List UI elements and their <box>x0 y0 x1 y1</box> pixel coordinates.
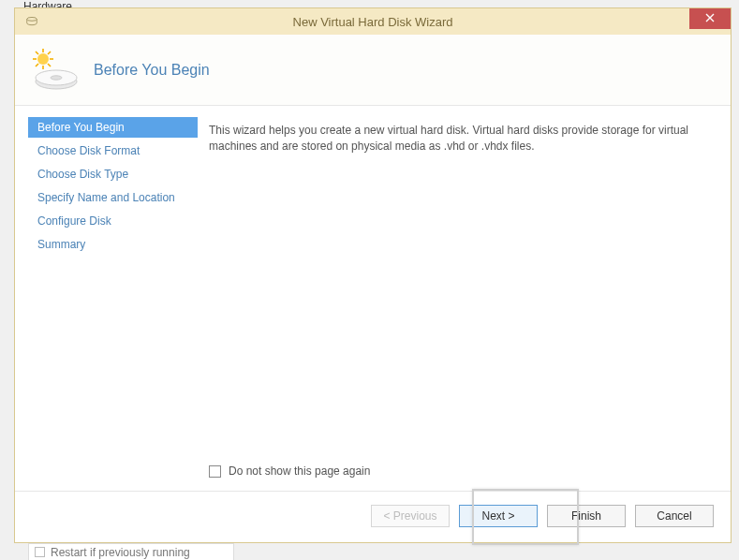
background-restart-row: Restart if previously running <box>28 543 234 560</box>
new-disk-icon <box>32 48 79 93</box>
sidebar-item-choose-disk-format[interactable]: Choose Disk Format <box>28 140 198 161</box>
next-button[interactable]: Next > <box>459 505 538 527</box>
background-restart-label: Restart if previously running <box>51 546 190 559</box>
titlebar: New Virtual Hard Disk Wizard <box>15 8 731 35</box>
disk-icon <box>24 14 39 29</box>
close-button[interactable] <box>689 8 731 29</box>
window-title: New Virtual Hard Disk Wizard <box>15 15 731 29</box>
sidebar-item-before-you-begin[interactable]: Before You Begin <box>28 117 198 138</box>
svg-line-10 <box>48 64 51 66</box>
page-title: Before You Begin <box>94 62 210 79</box>
cancel-button[interactable]: Cancel <box>635 505 714 527</box>
finish-button[interactable]: Finish <box>547 505 626 527</box>
sidebar-item-specify-name-location[interactable]: Specify Name and Location <box>28 187 198 208</box>
sidebar-item-configure-disk[interactable]: Configure Disk <box>28 211 198 231</box>
close-icon <box>705 12 715 25</box>
sidebar-item-label: Choose Disk Type <box>37 168 128 181</box>
svg-point-3 <box>51 75 62 79</box>
checkbox-icon <box>35 547 45 557</box>
wizard-steps-sidebar: Before You Begin Choose Disk Format Choo… <box>15 117 198 491</box>
dont-show-again-label: Do not show this page again <box>229 464 370 478</box>
svg-point-0 <box>27 17 37 21</box>
wizard-window: New Virtual Hard Disk Wizard <box>14 7 732 543</box>
svg-line-9 <box>36 52 38 54</box>
svg-point-4 <box>37 53 49 65</box>
sidebar-item-label: Before You Begin <box>37 121 125 134</box>
previous-button: < Previous <box>371 505 450 527</box>
wizard-footer: < Previous Next > Finish Cancel <box>15 491 731 542</box>
svg-line-12 <box>36 64 38 66</box>
wizard-body: Before You Begin Choose Disk Format Choo… <box>15 106 731 491</box>
sidebar-item-choose-disk-type[interactable]: Choose Disk Type <box>28 164 198 184</box>
sidebar-item-label: Configure Disk <box>37 214 111 228</box>
wizard-header: Before You Begin <box>15 35 731 106</box>
sidebar-item-label: Summary <box>37 238 85 251</box>
svg-line-11 <box>48 52 51 54</box>
wizard-content: This wizard helps you create a new virtu… <box>198 117 731 491</box>
sidebar-item-label: Choose Disk Format <box>37 144 140 157</box>
sidebar-item-summary[interactable]: Summary <box>28 234 198 255</box>
sidebar-item-label: Specify Name and Location <box>37 191 175 204</box>
dont-show-again-row[interactable]: Do not show this page again <box>209 464 712 491</box>
dont-show-again-checkbox[interactable] <box>209 465 221 478</box>
wizard-description: This wizard helps you create a new virtu… <box>209 123 712 155</box>
